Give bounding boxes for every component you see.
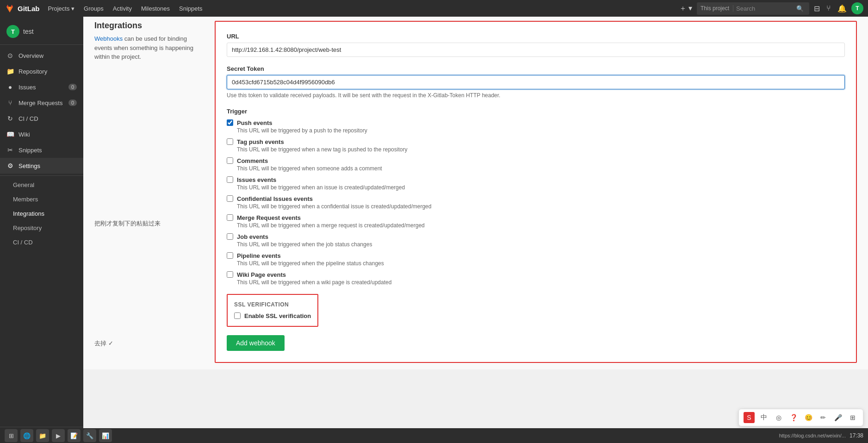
- sidebar-item-merge-requests[interactable]: ⑂ Merge Requests 0: [0, 95, 83, 111]
- issues-events-checkbox[interactable]: [227, 176, 233, 183]
- url-label: URL: [227, 33, 845, 40]
- settings-icon: ⚙: [6, 162, 14, 169]
- top-navbar: GitLab Projects ▾ Groups Activity Milest…: [0, 0, 868, 17]
- integrations-layout: Integrations Webhooks can be used for bi…: [94, 21, 857, 363]
- sidebar-item-overview[interactable]: ⊙ Overview: [0, 48, 83, 63]
- secret-token-input[interactable]: [227, 75, 845, 89]
- trigger-push-events: Push events This URL will be triggered b…: [227, 119, 845, 134]
- search-input[interactable]: [736, 5, 792, 12]
- tag-push-events-desc: This URL will be triggered when a new ta…: [237, 146, 845, 153]
- wiki-icon: 📖: [6, 131, 14, 138]
- merge-request-events-label: Merge Request events: [237, 214, 301, 221]
- sidebar-sub-general[interactable]: General: [0, 178, 83, 192]
- pipeline-events-checkbox[interactable]: [227, 252, 233, 259]
- tag-push-events-checkbox[interactable]: [227, 138, 233, 145]
- job-events-desc: This URL will be triggered when the job …: [237, 241, 845, 248]
- wiki-page-events-label: Wiki Page events: [237, 271, 286, 278]
- url-input[interactable]: [227, 43, 845, 57]
- new-item-button[interactable]: ＋ ▾: [677, 2, 694, 15]
- url-field-group: URL: [227, 33, 845, 57]
- integrations-desc: Webhooks can be used for binding events …: [94, 34, 196, 62]
- confidential-issues-label: Confidential Issues events: [237, 195, 313, 202]
- job-events-label: Job events: [237, 233, 268, 240]
- trigger-section: Trigger Push events This URL will be tri…: [227, 108, 845, 286]
- sidebar-item-issues[interactable]: ● Issues 0: [0, 79, 83, 95]
- navbar-right: ＋ ▾ This project 🔍 ⊟ ⑂ 🔔 T: [677, 2, 863, 15]
- sidebar-sub-integrations[interactable]: Integrations: [0, 206, 83, 221]
- nav-milestones[interactable]: Milestones: [137, 3, 174, 14]
- snippets-icon: ✂: [6, 146, 14, 154]
- panels-icon[interactable]: ⊟: [812, 2, 822, 15]
- pipeline-events-label: Pipeline events: [237, 252, 281, 259]
- trigger-issues-events: Issues events This URL will be triggered…: [227, 176, 845, 191]
- search-button[interactable]: 🔍: [794, 3, 806, 14]
- sidebar-item-ci-cd[interactable]: ↻ CI / CD: [0, 111, 83, 126]
- wiki-page-events-checkbox[interactable]: [227, 271, 233, 278]
- sidebar-sub-cicd[interactable]: CI / CD: [0, 235, 83, 250]
- issues-events-desc: This URL will be triggered when an issue…: [237, 184, 845, 191]
- trigger-wiki-page-events: Wiki Page events This URL will be trigge…: [227, 271, 845, 286]
- push-events-checkbox[interactable]: [227, 119, 233, 126]
- sidebar-divider: [0, 175, 83, 176]
- confidential-issues-desc: This URL will be triggered when a confid…: [237, 203, 845, 210]
- wiki-page-events-desc: This URL will be triggered when a wiki p…: [237, 279, 845, 286]
- push-events-desc: This URL will be triggered by a push to …: [237, 127, 845, 134]
- trigger-comments: Comments This URL will be triggered when…: [227, 157, 845, 172]
- merge-request-events-desc: This URL will be triggered when a merge …: [237, 222, 845, 229]
- merge-icon: ⑂: [6, 99, 14, 106]
- issues-icon: ●: [6, 83, 14, 91]
- nav-snippets[interactable]: Snippets: [175, 3, 206, 14]
- job-events-checkbox[interactable]: [227, 233, 233, 240]
- ssl-checkbox[interactable]: [234, 312, 241, 319]
- nav-projects[interactable]: Projects ▾: [44, 3, 79, 14]
- trigger-merge-request-events: Merge Request events This URL will be tr…: [227, 214, 845, 229]
- bell-icon[interactable]: 🔔: [836, 2, 849, 15]
- this-project-label: This project: [701, 5, 733, 12]
- sidebar-item-snippets[interactable]: ✂ Snippets: [0, 142, 83, 158]
- comments-desc: This URL will be triggered when someone …: [237, 165, 845, 172]
- trigger-pipeline-events: Pipeline events This URL will be trigger…: [227, 252, 845, 267]
- paste-annotation: 把刚才复制下的粘贴过来: [94, 219, 196, 228]
- secret-token-field-group: Secret Token Use this token to validate …: [227, 65, 845, 100]
- webhook-form: URL Secret Token Use this token to valid…: [215, 21, 857, 363]
- merge-request-events-checkbox[interactable]: [227, 214, 233, 221]
- sidebar-sub-repository[interactable]: Repository: [0, 221, 83, 235]
- comments-checkbox[interactable]: [227, 157, 233, 164]
- webhooks-link[interactable]: Webhooks: [94, 35, 123, 42]
- sidebar-sub-members[interactable]: Members: [0, 192, 83, 206]
- ssl-section: SSL verification Enable SSL verification: [227, 294, 318, 327]
- main-content: Administrator › test › Integrations Sett…: [83, 0, 868, 369]
- sidebar: T test ⊙ Overview 📁 Repository ● Issues …: [0, 17, 83, 369]
- trigger-tag-push-events: Tag push events This URL will be trigger…: [227, 138, 845, 153]
- sidebar-item-repository[interactable]: 📁 Repository: [0, 63, 83, 79]
- user-avatar-sidebar: T: [6, 25, 19, 38]
- issues-events-label: Issues events: [237, 176, 276, 183]
- sidebar-username: test: [23, 28, 34, 35]
- nav-links: Projects ▾ Groups Activity Milestones Sn…: [44, 3, 673, 14]
- overview-icon: ⊙: [6, 52, 14, 59]
- nav-groups[interactable]: Groups: [80, 3, 107, 14]
- trigger-confidential-issues: Confidential Issues events This URL will…: [227, 195, 845, 210]
- push-events-label: Push events: [237, 119, 273, 126]
- trigger-label: Trigger: [227, 108, 845, 115]
- remove-annotation: 去掉 ✓: [94, 339, 196, 348]
- nav-activity[interactable]: Activity: [109, 3, 136, 14]
- integrations-description: Integrations Webhooks can be used for bi…: [94, 21, 196, 363]
- trigger-job-events: Job events This URL will be triggered wh…: [227, 233, 845, 248]
- secret-token-label: Secret Token: [227, 65, 845, 72]
- fork-icon[interactable]: ⑂: [825, 2, 833, 14]
- sidebar-user: T test: [0, 21, 83, 45]
- secret-token-hint: Use this token to validate received payl…: [227, 92, 845, 100]
- ssl-label-text: Enable SSL verification: [244, 312, 311, 319]
- user-avatar[interactable]: T: [851, 2, 863, 14]
- add-webhook-button[interactable]: Add webhook: [227, 335, 285, 351]
- integrations-title: Integrations: [94, 21, 196, 31]
- pipeline-events-desc: This URL will be triggered when the pipe…: [237, 260, 845, 267]
- sidebar-item-settings[interactable]: ⚙ Settings: [0, 158, 83, 174]
- search-wrapper: This project 🔍: [697, 2, 809, 15]
- tag-push-events-label: Tag push events: [237, 138, 284, 145]
- repository-icon: 📁: [6, 68, 14, 75]
- confidential-issues-checkbox[interactable]: [227, 195, 233, 202]
- sidebar-item-wiki[interactable]: 📖 Wiki: [0, 126, 83, 142]
- gitlab-logo[interactable]: GitLab: [5, 3, 40, 13]
